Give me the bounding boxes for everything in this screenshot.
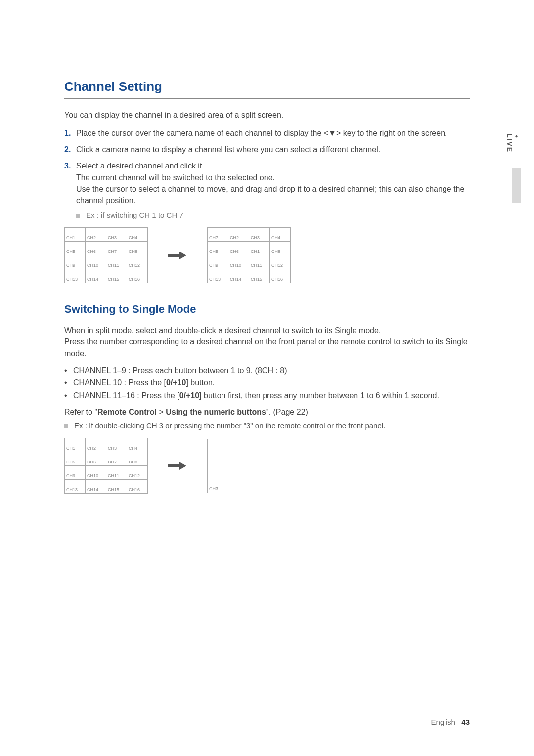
text: > bbox=[157, 408, 166, 416]
step-sub: Use the cursor to select a channel to mo… bbox=[76, 183, 470, 206]
cell: CH14 bbox=[228, 269, 249, 283]
cell: CH5 bbox=[65, 452, 86, 466]
cell: CH1 bbox=[65, 438, 86, 452]
cell: CH3 bbox=[106, 228, 127, 242]
side-tab: LIVE bbox=[506, 133, 519, 153]
text: ] button first, then press any number be… bbox=[199, 391, 439, 400]
cell: CH13 bbox=[208, 269, 228, 283]
steps-list: 1. Place the cursor over the camera name… bbox=[64, 127, 470, 206]
single-mode-text: When in split mode, select and double-cl… bbox=[64, 325, 470, 359]
cell: CH16 bbox=[270, 269, 291, 283]
cell: CH14 bbox=[86, 269, 106, 283]
cell: CH3 bbox=[249, 228, 270, 242]
cell: CH16 bbox=[127, 269, 148, 283]
cell: CH1 bbox=[65, 228, 86, 242]
cell: CH8 bbox=[270, 242, 291, 255]
cell: CH1 bbox=[249, 242, 270, 255]
cell: CH12 bbox=[127, 466, 148, 480]
step-num: 3. bbox=[64, 160, 71, 171]
bullet-item: CHANNEL 1–9 : Press each button between … bbox=[64, 364, 470, 377]
cell: CH7 bbox=[106, 452, 127, 466]
single-mode-box: CH3 bbox=[207, 439, 296, 493]
cell: CH2 bbox=[86, 438, 106, 452]
cell: CH5 bbox=[208, 242, 228, 255]
bold-text: 0/+10 bbox=[179, 391, 199, 400]
cell: CH12 bbox=[270, 255, 291, 269]
step-sub: The current channel will be switched to … bbox=[76, 172, 470, 183]
heading-single-mode: Switching to Single Mode bbox=[64, 303, 470, 316]
cell: CH11 bbox=[106, 466, 127, 480]
text: ] button. bbox=[186, 378, 215, 387]
bullet-item: CHANNEL 10 : Press the [0/+10] button. bbox=[64, 377, 470, 389]
grid-single-before: CH1CH2CH3CH4 CH5CH6CH7CH8 CH9CH10CH11CH1… bbox=[64, 438, 148, 494]
text: CHANNEL 1–9 : Press each button between … bbox=[73, 366, 287, 375]
cell: CH13 bbox=[65, 480, 86, 494]
cell: CH10 bbox=[86, 466, 106, 480]
cell: CH5 bbox=[65, 242, 86, 255]
bold-text: Using the numeric buttons bbox=[166, 408, 266, 416]
footer-lang: English _ bbox=[431, 718, 462, 726]
cell: CH6 bbox=[228, 242, 249, 255]
cell: CH9 bbox=[65, 255, 86, 269]
reference-line: Refer to "Remote Control > Using the num… bbox=[64, 408, 470, 417]
text: ". (Page 22) bbox=[266, 408, 308, 416]
example-note: Ex : if switching CH 1 to CH 7 bbox=[64, 211, 470, 219]
heading-channel-setting: Channel Setting bbox=[64, 79, 470, 99]
cell: CH15 bbox=[106, 269, 127, 283]
cell: CH11 bbox=[106, 255, 127, 269]
cell: CH9 bbox=[65, 466, 86, 480]
grid-before: CH1CH2CH3CH4 CH5CH6CH7CH8 CH9CH10CH11CH1… bbox=[64, 227, 148, 283]
cell: CH14 bbox=[86, 480, 106, 494]
cell: CH15 bbox=[106, 480, 127, 494]
step-num: 1. bbox=[64, 127, 71, 139]
cell: CH10 bbox=[86, 255, 106, 269]
cell: CH2 bbox=[228, 228, 249, 242]
text: CHANNEL 11–16 : Press the [ bbox=[73, 391, 179, 400]
cell: CH9 bbox=[208, 255, 228, 269]
channel-buttons-list: CHANNEL 1–9 : Press each button between … bbox=[64, 364, 470, 402]
step-text: Select a desired channel and click it. bbox=[76, 162, 204, 170]
cell: CH10 bbox=[228, 255, 249, 269]
cell: CH6 bbox=[86, 452, 106, 466]
intro-text: You can display the channel in a desired… bbox=[64, 111, 470, 120]
step-3: 3. Select a desired channel and click it… bbox=[64, 160, 470, 206]
grid-after: CH7CH2CH3CH4 CH5CH6CH1CH8 CH9CH10CH11CH1… bbox=[207, 227, 291, 283]
footer-page: 43 bbox=[461, 718, 470, 726]
cell: CH3 bbox=[106, 438, 127, 452]
bullet-item: CHANNEL 11–16 : Press the [0/+10] button… bbox=[64, 389, 470, 402]
arrow-right-icon bbox=[168, 463, 187, 469]
cell: CH16 bbox=[127, 480, 148, 494]
step-num: 2. bbox=[64, 144, 71, 155]
text: Refer to " bbox=[64, 408, 97, 416]
cell: CH11 bbox=[249, 255, 270, 269]
step-1: 1. Place the cursor over the camera name… bbox=[64, 127, 470, 139]
text-line: Press the number corresponding to a desi… bbox=[64, 337, 468, 357]
cell: CH4 bbox=[270, 228, 291, 242]
text-line: When in split mode, select and double-cl… bbox=[64, 326, 381, 335]
cell: CH8 bbox=[127, 242, 148, 255]
cell: CH7 bbox=[208, 228, 228, 242]
step-2: 2. Click a camera name to display a chan… bbox=[64, 144, 470, 155]
cell: CH15 bbox=[249, 269, 270, 283]
single-label: CH3 bbox=[209, 486, 218, 491]
cell: CH7 bbox=[106, 242, 127, 255]
step-text: Place the cursor over the camera name of… bbox=[76, 129, 447, 137]
example-note-2: Ex : If double-clicking CH 3 or pressing… bbox=[64, 421, 470, 430]
bold-text: 0/+10 bbox=[166, 378, 186, 387]
cell: CH4 bbox=[127, 438, 148, 452]
cell: CH13 bbox=[65, 269, 86, 283]
cell: CH6 bbox=[86, 242, 106, 255]
cell: CH4 bbox=[127, 228, 148, 242]
arrow-right-icon bbox=[168, 252, 187, 258]
side-tab-bar bbox=[512, 168, 521, 203]
channel-switch-diagram: CH1CH2CH3CH4 CH5CH6CH7CH8 CH9CH10CH11CH1… bbox=[64, 227, 470, 283]
text: CHANNEL 10 : Press the [ bbox=[73, 378, 166, 387]
cell: CH2 bbox=[86, 228, 106, 242]
single-mode-diagram: CH1CH2CH3CH4 CH5CH6CH7CH8 CH9CH10CH11CH1… bbox=[64, 438, 470, 494]
page-footer: English _43 bbox=[431, 718, 470, 726]
bold-text: Remote Control bbox=[97, 408, 157, 416]
cell: CH12 bbox=[127, 255, 148, 269]
cell: CH8 bbox=[127, 452, 148, 466]
step-text: Click a camera name to display a channel… bbox=[76, 145, 380, 154]
